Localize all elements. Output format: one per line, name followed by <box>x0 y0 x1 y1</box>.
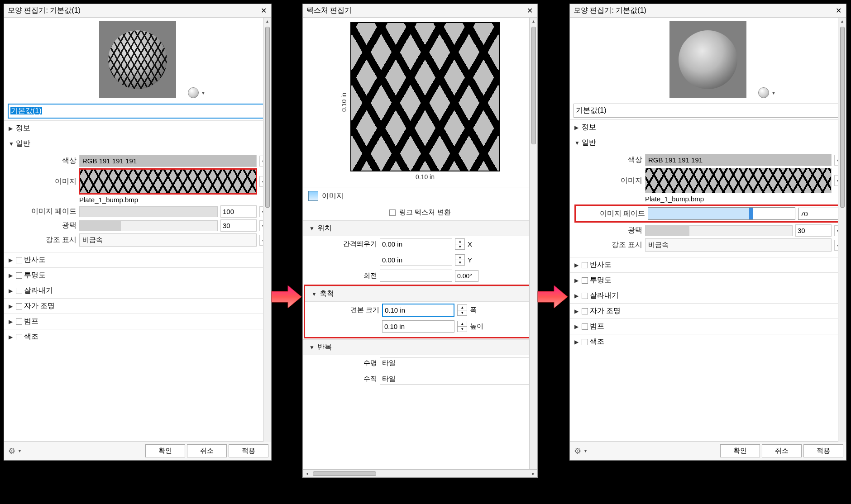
image-section-header: 이미지 <box>303 187 537 204</box>
chevron-down-icon[interactable]: ▼ <box>201 90 206 95</box>
color-value[interactable]: RGB 191 191 191 <box>79 155 257 167</box>
close-icon[interactable]: ✕ <box>259 7 268 15</box>
collapse-icon: ▼ <box>309 344 315 351</box>
ok-button[interactable]: 확인 <box>145 444 185 457</box>
scroll-right-icon[interactable]: ▸ <box>529 471 537 476</box>
position-header[interactable]: ▼위치 <box>303 220 537 236</box>
sample-height-stepper[interactable]: ▴▾ <box>457 321 467 332</box>
offset-y-input[interactable] <box>380 254 452 266</box>
image-filename: Plate_1_bump.bmp <box>79 196 267 204</box>
apply-button[interactable]: 적용 <box>803 444 843 457</box>
rotation-degree: 0.00° <box>455 270 478 282</box>
horizontal-select[interactable] <box>380 357 531 369</box>
highlight-select[interactable]: 비금속 <box>645 238 832 252</box>
section-reflect[interactable]: ▶반사도 <box>4 252 271 267</box>
material-name-input[interactable]: 기본값(1) <box>574 104 842 118</box>
vertical-select[interactable] <box>380 373 531 385</box>
cancel-button[interactable]: 취소 <box>762 444 802 457</box>
repeat-header[interactable]: ▼반복 <box>303 339 537 355</box>
bump-checkbox[interactable] <box>16 319 22 325</box>
gloss-value[interactable]: 30 <box>220 219 257 232</box>
color-value[interactable]: RGB 191 191 191 <box>645 154 832 166</box>
expand-icon: ▶ <box>574 124 580 131</box>
image-swatch[interactable] <box>645 168 832 193</box>
scale-group-highlight: ▼축척 견본 크기 ▴▾ 폭 ▴▾ 높이 <box>304 285 536 338</box>
horizontal-scrollbar[interactable]: ◂ ▸ <box>303 469 537 477</box>
section-info[interactable]: ▶정보 <box>570 119 846 135</box>
section-reflect[interactable]: ▶반사도 <box>570 257 846 272</box>
ok-button[interactable]: 확인 <box>720 444 760 457</box>
section-self[interactable]: ▶자가 조명 <box>4 298 271 314</box>
image-icon <box>308 191 318 201</box>
section-general[interactable]: ▼일반 <box>570 135 846 150</box>
gear-icon[interactable]: ⚙ <box>573 446 583 456</box>
fade-slider[interactable] <box>648 207 795 220</box>
section-cut[interactable]: ▶잘라내기 <box>570 288 846 303</box>
bump-checkbox[interactable] <box>582 323 588 330</box>
collapse-icon: ▼ <box>311 291 317 297</box>
expand-icon: ▶ <box>9 303 14 309</box>
fade-slider-handle[interactable] <box>749 208 753 219</box>
section-cut[interactable]: ▶잘라내기 <box>4 283 271 298</box>
vertical-scrollbar[interactable]: ▴ <box>838 18 846 442</box>
close-icon[interactable]: ✕ <box>526 7 534 15</box>
self-checkbox[interactable] <box>582 308 588 314</box>
cut-checkbox[interactable] <box>582 293 588 299</box>
gear-dropdown-icon[interactable]: ▾ <box>584 448 587 453</box>
vertical-scrollbar[interactable]: ▴ <box>529 18 537 469</box>
material-name-input[interactable]: 기본값(1) <box>8 104 268 119</box>
gloss-slider[interactable] <box>79 220 218 231</box>
section-bump[interactable]: ▶범프 <box>570 319 846 334</box>
expand-icon: ▶ <box>9 334 14 340</box>
reflect-checkbox[interactable] <box>16 257 22 263</box>
section-info[interactable]: ▶정보 <box>4 120 271 136</box>
preview-shape-dropdown[interactable] <box>188 87 199 98</box>
image-swatch[interactable] <box>79 169 257 194</box>
gloss-label: 광택 <box>9 221 76 230</box>
gloss-slider[interactable] <box>645 225 793 236</box>
texture-preview[interactable] <box>350 22 500 171</box>
gloss-value[interactable]: 30 <box>795 224 832 237</box>
chevron-down-icon[interactable]: ▼ <box>771 90 776 95</box>
section-self[interactable]: ▶자가 조명 <box>570 303 846 319</box>
tint-checkbox[interactable] <box>582 339 588 345</box>
highlight-select[interactable]: 비금속 <box>79 233 257 247</box>
offset-x-input[interactable] <box>380 238 452 250</box>
cut-checkbox[interactable] <box>16 288 22 294</box>
scale-header[interactable]: ▼축척 <box>305 286 535 302</box>
vertical-scrollbar[interactable]: ▴ <box>263 18 271 442</box>
sample-height-input[interactable] <box>382 320 454 333</box>
scroll-up-icon[interactable]: ▴ <box>532 18 535 25</box>
fade-value[interactable]: 70 <box>798 208 839 220</box>
section-trans[interactable]: ▶투명도 <box>4 267 271 283</box>
rotation-input[interactable] <box>380 270 452 282</box>
gear-dropdown-icon[interactable]: ▾ <box>19 448 21 453</box>
section-tint[interactable]: ▶색조 <box>570 334 846 349</box>
section-bump[interactable]: ▶범프 <box>4 314 271 329</box>
section-trans[interactable]: ▶투명도 <box>570 272 846 288</box>
self-checkbox[interactable] <box>16 303 22 309</box>
sample-width-stepper[interactable]: ▴▾ <box>457 304 467 316</box>
gear-icon[interactable]: ⚙ <box>7 446 17 456</box>
trans-checkbox[interactable] <box>582 277 588 284</box>
close-icon[interactable]: ✕ <box>834 7 842 15</box>
scroll-up-icon[interactable]: ▴ <box>841 18 843 25</box>
scroll-up-icon[interactable]: ▴ <box>266 18 268 25</box>
sample-width-input[interactable] <box>382 304 454 317</box>
reflect-checkbox[interactable] <box>582 262 588 268</box>
section-tint[interactable]: ▶색조 <box>4 329 271 344</box>
link-texture-checkbox[interactable] <box>389 209 396 216</box>
preview-shape-dropdown[interactable] <box>758 87 769 98</box>
offset-y-stepper[interactable]: ▴▾ <box>455 254 465 266</box>
cancel-button[interactable]: 취소 <box>187 444 227 457</box>
scroll-left-icon[interactable]: ◂ <box>303 471 311 476</box>
fade-label: 이미지 페이드 <box>9 207 76 216</box>
apply-button[interactable]: 적용 <box>229 444 268 457</box>
link-texture-label: 링크 텍스처 변환 <box>399 208 450 217</box>
trans-checkbox[interactable] <box>16 272 22 279</box>
section-general[interactable]: ▼일반 <box>4 136 271 151</box>
fade-value[interactable]: 100 <box>220 205 257 218</box>
tint-checkbox[interactable] <box>16 334 22 340</box>
offset-x-stepper[interactable]: ▴▾ <box>455 238 465 250</box>
fade-slider[interactable] <box>79 206 218 217</box>
